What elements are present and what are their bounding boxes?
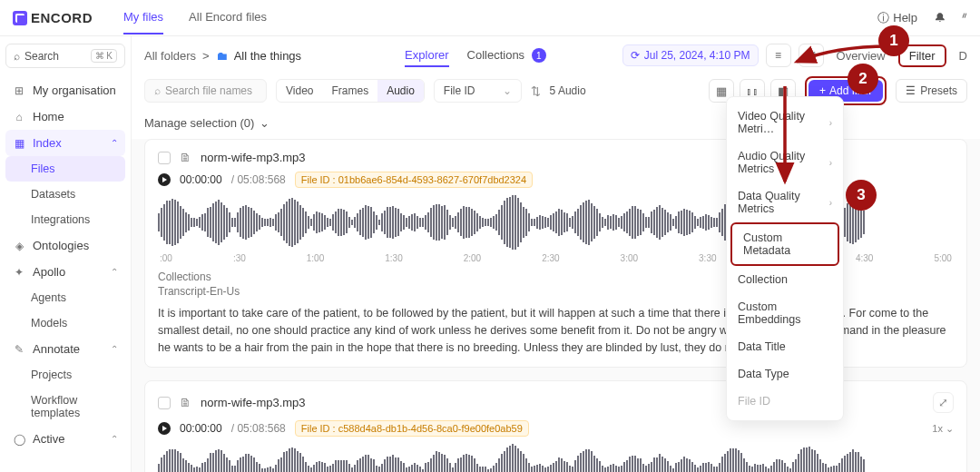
search-kbd: ⌘ K	[91, 49, 117, 63]
filename: norm-wife-mp3.mp3	[201, 151, 306, 164]
chevron-right-icon: ›	[829, 118, 832, 128]
breadcrumb-separator: >	[202, 49, 210, 63]
playback-speed[interactable]: 1x ⌄	[932, 423, 954, 435]
filter-custom-metadata[interactable]: Custom Metadata	[730, 222, 839, 266]
plus-icon: +	[819, 84, 826, 97]
refresh-icon: ⟳	[631, 49, 640, 62]
filter-data-title[interactable]: Data Title	[727, 333, 843, 360]
chevron-up-icon: ⌃	[111, 138, 118, 148]
search-label: Search	[24, 50, 59, 63]
breadcrumb: All folders > 🖿 All the things	[144, 49, 301, 63]
annotate-icon: ✎	[13, 343, 25, 356]
chevron-up-icon: ⌃	[111, 434, 118, 444]
help-button[interactable]: ⓘ Help	[877, 10, 917, 26]
tab-my-files[interactable]: My files	[123, 1, 163, 34]
tab-display-partial[interactable]: D	[959, 49, 967, 63]
sidebar-item-datasets[interactable]: Datasets	[5, 182, 125, 207]
row-checkbox[interactable]	[158, 152, 171, 164]
tab-collections[interactable]: Collections 1	[467, 44, 546, 67]
sidebar-item-index[interactable]: ▦Index⌃	[5, 130, 125, 156]
help-label: Help	[893, 11, 917, 25]
folder-icon: 🖿	[216, 49, 228, 63]
sidebar-item-home[interactable]: ⌂Home	[5, 103, 125, 130]
chip-audio[interactable]: Audio	[377, 80, 424, 102]
filter-audio-quality[interactable]: Audio Quality Metrics›	[727, 143, 843, 182]
file-id-badge: File ID : c588d4a8-db1b-4d56-8ca0-f9e00f…	[295, 420, 529, 437]
annotation-1: 1	[878, 25, 909, 56]
sidebar-item-annotate[interactable]: ✎Annotate⌃	[5, 336, 125, 362]
sidebar-item-ontologies[interactable]: ◈Ontologies	[5, 232, 125, 259]
play-button[interactable]	[158, 173, 171, 186]
index-icon: ▦	[13, 137, 25, 150]
filter-data-type[interactable]: Data Type	[727, 360, 843, 388]
filter-video-quality[interactable]: Video Quality Metri…›	[727, 103, 843, 143]
sidebar-item-my-organisation[interactable]: ⊞My organisation	[5, 77, 125, 103]
file-id-badge: File ID : 01bb6ae6-854d-4593-8627-670f7d…	[295, 172, 533, 188]
tab-explorer[interactable]: Explorer	[405, 44, 448, 67]
file-icon: 🗎	[180, 396, 191, 409]
file-id-select[interactable]: File ID ⌄	[434, 79, 522, 103]
breadcrumb-current: All the things	[234, 49, 301, 63]
logo: ENCORD	[13, 10, 93, 25]
org-icon: ⊞	[13, 84, 25, 97]
sidebar-item-apollo[interactable]: ✦Apollo⌃	[5, 259, 125, 285]
brand-text: ENCORD	[31, 10, 93, 25]
chevron-down-icon: ⌄	[260, 116, 270, 130]
filter-file-id[interactable]: File ID	[727, 388, 843, 415]
sidebar-search[interactable]: ⌕ Search ⌘ K	[5, 44, 125, 68]
waveform[interactable]	[158, 444, 954, 472]
row-checkbox[interactable]	[158, 397, 171, 409]
chevron-up-icon: ⌃	[111, 344, 118, 354]
sidebar: ⌕ Search ⌘ K ⊞My organisation ⌂Home ▦Ind…	[0, 36, 132, 472]
tab-overview[interactable]: Overview	[837, 49, 886, 63]
media-type-chips: Video Frames Audio	[276, 79, 425, 103]
apollo-icon: ✦	[13, 266, 25, 279]
chevron-right-icon: ›	[829, 198, 832, 208]
search-input[interactable]: ⌕ Search file names	[144, 79, 267, 103]
logo-mark-icon	[13, 11, 27, 25]
current-time: 00:00:00	[180, 422, 222, 435]
refresh-timestamp[interactable]: ⟳ Jul 25, 2024, 4:10 PM	[622, 44, 759, 66]
filter-custom-embeddings[interactable]: Custom Embeddings	[727, 293, 843, 333]
list-view-icon[interactable]: ≡	[766, 44, 791, 67]
sidebar-item-projects[interactable]: Projects	[5, 362, 125, 388]
home-icon: ⌂	[13, 111, 25, 123]
presets-button[interactable]: ☰ Presets	[896, 79, 967, 103]
active-icon: ◯	[13, 433, 25, 446]
chip-frames[interactable]: Frames	[322, 80, 377, 102]
ontologies-icon: ◈	[13, 240, 25, 252]
chip-video[interactable]: Video	[277, 80, 322, 102]
qr-view-icon[interactable]: ▩	[799, 44, 824, 67]
duration: / 05:08:568	[231, 422, 286, 435]
filter-dropdown: Video Quality Metri…› Audio Quality Metr…	[726, 96, 844, 421]
file-icon: 🗎	[180, 151, 191, 164]
filename: norm-wife-mp3.mp3	[201, 396, 306, 409]
tab-all-files[interactable]: All Encord files	[189, 1, 267, 34]
play-button[interactable]	[158, 422, 171, 435]
duration: / 05:08:568	[231, 173, 286, 186]
annotation-3: 3	[846, 180, 877, 211]
bell-icon[interactable]: 🔔︎	[934, 11, 946, 25]
filter-data-quality[interactable]: Data Quality Metrics›	[727, 182, 843, 222]
sidebar-item-integrations[interactable]: Integrations	[5, 207, 125, 232]
chevron-down-icon: ⌄	[503, 84, 512, 97]
breadcrumb-root[interactable]: All folders	[144, 49, 196, 63]
sidebar-item-active[interactable]: ◯Active⌃	[5, 426, 125, 452]
search-icon: ⌕	[14, 50, 20, 63]
chevron-right-icon: ›	[829, 158, 832, 168]
manage-selection[interactable]: Manage selection (0) ⌄	[132, 111, 980, 139]
collections-count-badge: 1	[532, 48, 546, 63]
sort-icon[interactable]: ⇅	[531, 84, 541, 98]
sidebar-item-agents[interactable]: Agents	[5, 285, 125, 310]
presets-icon: ☰	[906, 84, 916, 97]
annotation-2: 2	[848, 64, 878, 94]
sidebar-item-workflow-templates[interactable]: Workflow templates	[5, 388, 125, 426]
result-count: 5 Audio	[550, 84, 586, 97]
filter-collection[interactable]: Collection	[727, 266, 843, 293]
expand-icon[interactable]: ⤢	[933, 392, 954, 413]
help-icon: ⓘ	[877, 10, 889, 26]
current-time: 00:00:00	[180, 173, 222, 186]
sidebar-item-models[interactable]: Models	[5, 310, 125, 336]
user-icon[interactable]: ᐥ	[962, 11, 967, 25]
sidebar-item-files[interactable]: Files	[5, 156, 125, 182]
